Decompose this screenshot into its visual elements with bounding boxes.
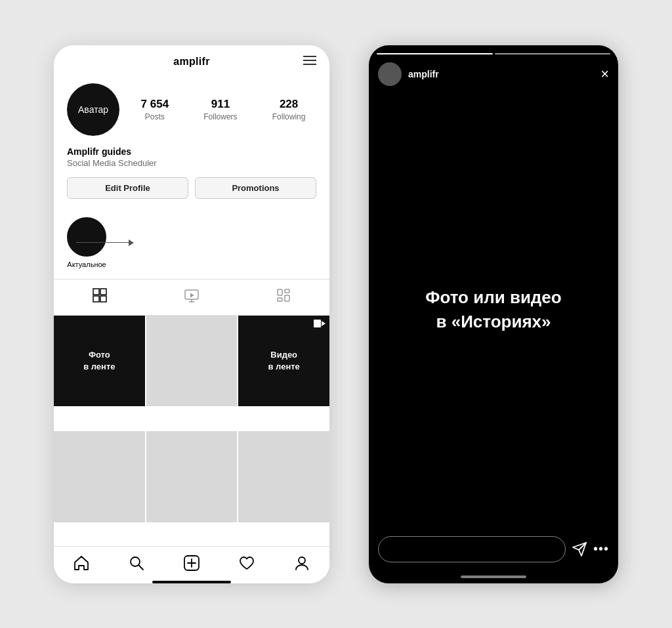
story-username: amplifr	[408, 69, 600, 79]
profile-stats-row: Аватар 7 654 Posts 911 Followers 228 Fol…	[54, 73, 329, 142]
story-reply-input[interactable]	[378, 536, 566, 562]
profile-header: amplifr	[54, 45, 329, 73]
svg-marker-15	[322, 321, 326, 326]
grid-cell-video[interactable]: Видео в ленте	[238, 316, 329, 407]
story-footer: •••	[369, 527, 618, 576]
svg-rect-3	[93, 289, 99, 295]
followers-label: Followers	[203, 112, 237, 121]
highlights-section: Актуальное	[54, 211, 329, 280]
following-label: Following	[272, 112, 306, 121]
highlight-circle[interactable]	[67, 217, 106, 257]
followers-count: 911	[211, 98, 230, 111]
nav-person-icon[interactable]	[293, 555, 310, 572]
posts-label: Posts	[145, 112, 165, 121]
bio-name: Amplifr guides	[67, 146, 316, 157]
svg-rect-1	[303, 60, 316, 61]
tab-tv-icon[interactable]	[184, 287, 200, 307]
svg-rect-5	[93, 296, 99, 302]
tab-grid-icon[interactable]	[92, 287, 108, 307]
close-icon[interactable]: ×	[600, 66, 609, 83]
arrow-connector	[76, 240, 134, 246]
main-scene: amplifr Аватар 7 654 Posts	[54, 45, 618, 583]
story-content-text: Фото или видео в «Историях»	[399, 285, 587, 333]
profile-username: amplifr	[173, 56, 209, 68]
video-badge-icon	[314, 320, 326, 327]
svg-rect-6	[100, 296, 106, 302]
arrow-head	[129, 240, 134, 246]
svg-rect-12	[285, 295, 289, 301]
story-content: Фото или видео в «Историях»	[369, 93, 618, 527]
stat-followers: 911 Followers	[203, 98, 237, 121]
highlight-inner	[70, 220, 103, 253]
svg-rect-2	[303, 64, 316, 65]
promotions-button[interactable]: Promotions	[195, 177, 316, 199]
following-count: 228	[280, 98, 298, 111]
svg-rect-4	[100, 289, 106, 295]
svg-point-21	[299, 557, 305, 564]
svg-rect-11	[285, 289, 289, 293]
arrow-line	[76, 242, 129, 243]
bottom-nav	[54, 546, 329, 577]
posts-count: 7 654	[141, 98, 169, 111]
story-progress	[369, 45, 618, 60]
phone-story: amplifr × Фото или видео в «Историях» ••…	[369, 45, 618, 583]
story-avatar	[378, 62, 402, 86]
grid-cell-photo[interactable]: Фото в ленте	[54, 316, 145, 407]
phone-profile: amplifr Аватар 7 654 Posts	[54, 45, 329, 583]
edit-profile-button[interactable]: Edit Profile	[67, 177, 188, 199]
avatar: Аватар	[67, 83, 119, 136]
nav-search-icon[interactable]	[128, 555, 145, 572]
story-progress-bar-2	[495, 53, 611, 54]
story-header: amplifr ×	[369, 60, 618, 93]
tab-bar	[54, 280, 329, 316]
svg-rect-13	[278, 298, 282, 301]
nav-add-icon[interactable]	[183, 555, 200, 572]
grid-cell-empty-1	[146, 316, 238, 407]
stat-posts: 7 654 Posts	[141, 98, 169, 121]
stats-numbers: 7 654 Posts 911 Followers 228 Following	[130, 98, 316, 121]
svg-rect-0	[303, 56, 316, 57]
profile-bio: Amplifr guides Social Media Scheduler	[54, 142, 329, 177]
grid-cell-empty-3	[146, 431, 238, 522]
home-indicator	[152, 581, 231, 583]
story-home-indicator	[461, 576, 526, 578]
hamburger-icon[interactable]	[303, 54, 316, 68]
svg-line-17	[139, 565, 144, 570]
story-progress-bar-1	[377, 53, 493, 54]
tab-person-icon[interactable]	[276, 287, 291, 307]
grid-cell-empty-4	[238, 431, 329, 522]
photo-grid: Фото в ленте Видео в ленте	[54, 316, 329, 546]
grid-cell-empty-2	[54, 431, 145, 522]
stat-following: 228 Following	[272, 98, 306, 121]
svg-rect-10	[278, 289, 282, 295]
highlight-item: Актуальное	[67, 217, 106, 268]
nav-home-icon[interactable]	[73, 555, 90, 572]
nav-heart-icon[interactable]	[238, 555, 255, 572]
svg-rect-14	[314, 320, 321, 327]
bio-desc: Social Media Scheduler	[67, 158, 316, 168]
highlight-label: Актуальное	[67, 261, 106, 268]
story-send-icon[interactable]	[572, 542, 587, 556]
story-more-icon[interactable]: •••	[593, 541, 609, 556]
profile-buttons: Edit Profile Promotions	[54, 177, 329, 211]
